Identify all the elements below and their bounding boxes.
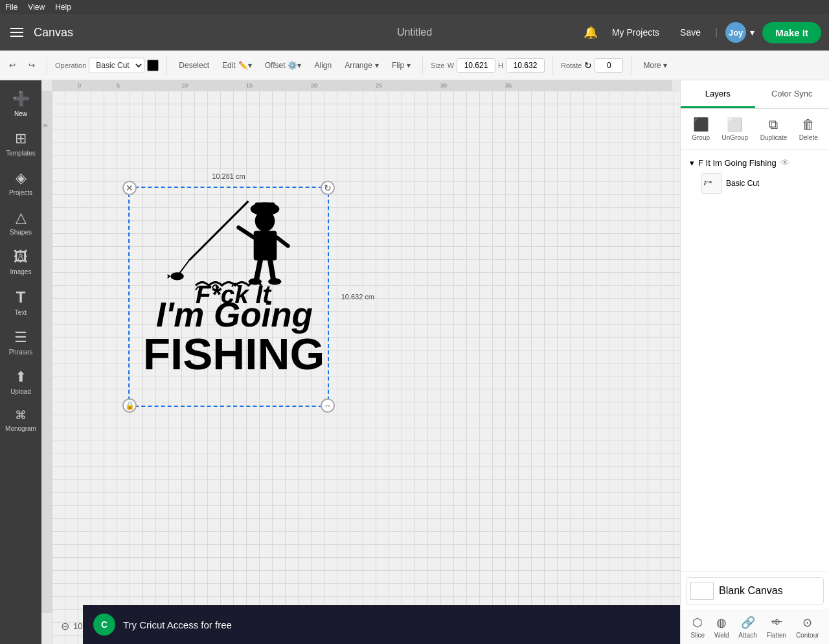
height-input[interactable]: [506, 58, 545, 73]
delete-icon: 🗑: [802, 117, 815, 132]
offset-button[interactable]: Offset ⚙️▾: [261, 58, 306, 73]
sidebar-item-label-shapes: Shapes: [10, 229, 32, 236]
rotate-group: Rotate ↻: [561, 58, 623, 73]
sidebar-item-label-images: Images: [10, 268, 32, 275]
attach-tool[interactable]: 🔗 Attach: [738, 615, 756, 639]
arrange-button[interactable]: Arrange ▾: [341, 58, 383, 73]
fishing-art-svg: I'm Going FISHING F*ck It: [130, 188, 328, 406]
chevron-down-icon: ▾: [750, 27, 755, 38]
sidebar-item-label-upload: Upload: [10, 388, 31, 395]
align-button[interactable]: Align: [310, 58, 335, 73]
attach-label: Attach: [738, 632, 756, 639]
sidebar-item-templates[interactable]: ⊞ Templates: [3, 125, 39, 162]
menubar: File View Help: [0, 0, 829, 14]
size-label: Size: [431, 62, 444, 69]
new-icon: ➕: [12, 91, 30, 108]
lock-handle[interactable]: 🔒: [122, 398, 137, 413]
sidebar-item-label-new: New: [14, 110, 27, 117]
close-handle[interactable]: ✕: [122, 181, 137, 195]
delete-tool[interactable]: 🗑 Delete: [797, 115, 821, 144]
sidebar-item-text[interactable]: T Text: [3, 283, 39, 321]
operation-select[interactable]: Basic Cut: [89, 58, 144, 73]
cricut-access-banner[interactable]: C Try Cricut Access for free: [83, 605, 680, 644]
redo-button[interactable]: ↪: [25, 58, 39, 73]
sidebar-item-monogram[interactable]: ⌘ Monogram: [3, 403, 39, 437]
more-button[interactable]: More ▾: [639, 58, 671, 73]
app-logo: Canvas: [34, 26, 73, 40]
weld-tool[interactable]: ◍ Weld: [714, 615, 729, 639]
slice-tool[interactable]: ⬡ Slice: [690, 615, 705, 639]
color-swatch[interactable]: [147, 60, 159, 71]
user-menu-button[interactable]: Joy ▾: [725, 22, 755, 43]
sidebar-item-label-phrases: Phrases: [9, 349, 33, 356]
slice-icon: ⬡: [692, 615, 703, 630]
contour-tool[interactable]: ⊙ Contour: [796, 615, 819, 639]
rotate-handle[interactable]: ↻: [321, 181, 335, 195]
layer-thumbnail: F*: [701, 173, 722, 194]
sidebar-item-shapes[interactable]: △ Shapes: [3, 204, 39, 241]
edit-button[interactable]: Edit ✏️▾: [218, 58, 256, 73]
duplicate-tool[interactable]: ⧉ Duplicate: [758, 115, 790, 144]
scale-handle[interactable]: ↔: [321, 398, 335, 413]
flatten-tool[interactable]: ⬲ Flatten: [767, 616, 787, 639]
height-dimension-label: 10.632 cm: [341, 293, 374, 301]
header-divider: |: [715, 27, 718, 38]
save-button[interactable]: Save: [674, 23, 707, 41]
right-panel: Layers Color Sync ⬛ Group ⬜ UnGroup ⧉ Du…: [680, 80, 829, 644]
svg-rect-3: [255, 202, 275, 211]
weld-icon: ◍: [716, 615, 727, 630]
notification-bell-icon[interactable]: 🔔: [584, 25, 598, 40]
menu-view[interactable]: View: [28, 3, 45, 12]
width-input[interactable]: [457, 58, 495, 73]
vertical-ruler: ⊻: [41, 91, 52, 613]
cricut-logo: C: [93, 614, 115, 636]
svg-point-12: [170, 272, 183, 280]
deselect-button[interactable]: Deselect: [175, 58, 213, 73]
group-tool[interactable]: ⬛ Group: [689, 114, 712, 144]
tab-color-sync[interactable]: Color Sync: [755, 80, 830, 108]
flip-button[interactable]: Flip ▾: [388, 58, 414, 73]
sidebar-item-images[interactable]: 🖼 Images: [3, 244, 39, 281]
sidebar-item-phrases[interactable]: ☰ Phrases: [3, 324, 39, 361]
canvas-area[interactable]: 0 5 10 15 20 25 30 35 ⊻ 10.281 cm 10.632…: [41, 80, 680, 644]
group-label: Group: [692, 134, 710, 141]
duplicate-label: Duplicate: [760, 134, 788, 141]
contour-label: Contour: [796, 632, 819, 639]
sidebar-item-label-text: Text: [15, 309, 27, 316]
sidebar-item-label-templates: Templates: [6, 150, 36, 157]
sidebar-item-projects[interactable]: ◈ Projects: [3, 165, 39, 201]
phrases-icon: ☰: [14, 329, 27, 346]
toolbar-separator-3: [422, 56, 423, 75]
chevron-icon: ▾: [690, 158, 694, 168]
my-projects-button[interactable]: My Projects: [606, 23, 666, 41]
svg-text:F*: F*: [703, 179, 712, 187]
visibility-eye-icon[interactable]: 👁: [780, 157, 789, 168]
svg-line-0: [189, 201, 249, 260]
zoom-out-button[interactable]: ⊖: [61, 620, 69, 632]
cricut-banner-text: Try Cricut Access for free: [123, 619, 232, 630]
toolbar-separator-1: [47, 56, 47, 75]
blank-canvas-item[interactable]: Blank Canvas: [686, 577, 824, 604]
shapes-icon: △: [16, 209, 27, 226]
ungroup-tool[interactable]: ⬜ UnGroup: [720, 114, 751, 144]
design-element[interactable]: 10.281 cm 10.632 cm ✕ ↻ 🔒 ↔: [128, 187, 329, 407]
layer-group-header[interactable]: ▾ F It Im Going Fishing 👁: [686, 155, 824, 170]
svg-rect-5: [254, 231, 277, 260]
sidebar-item-upload[interactable]: ⬆ Upload: [3, 363, 39, 400]
text-icon: T: [16, 288, 26, 306]
layer-thumb-svg: F*: [703, 174, 721, 192]
upload-icon: ⬆: [15, 369, 27, 385]
menu-help[interactable]: Help: [55, 3, 71, 12]
make-it-button[interactable]: Make It: [762, 22, 821, 43]
sidebar-item-new[interactable]: ➕ New: [3, 86, 39, 122]
rotate-input[interactable]: [595, 58, 623, 73]
monogram-icon: ⌘: [15, 408, 27, 422]
grid-canvas: 10.281 cm 10.632 cm ✕ ↻ 🔒 ↔: [52, 91, 680, 644]
svg-line-6: [238, 227, 253, 237]
hamburger-menu[interactable]: [8, 25, 26, 40]
layer-item-basic-cut[interactable]: F* Basic Cut: [686, 170, 824, 196]
menu-file[interactable]: File: [5, 3, 17, 12]
svg-line-8: [256, 260, 260, 281]
undo-button[interactable]: ↩: [5, 58, 19, 73]
tab-layers[interactable]: Layers: [681, 80, 755, 108]
